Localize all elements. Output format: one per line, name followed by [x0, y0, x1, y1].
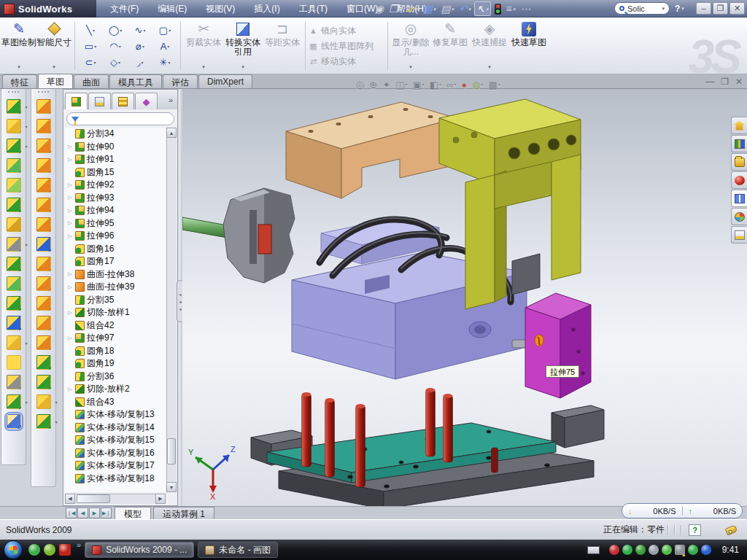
menu-item[interactable]: 视图(V) [196, 0, 244, 18]
expand-arrow-icon[interactable] [67, 284, 73, 290]
dropdown-arrow-icon[interactable]: ▾ [143, 28, 145, 33]
dome-icon[interactable] [36, 375, 51, 389]
view-orientation-icon[interactable]: ▣▾ [412, 80, 424, 90]
tree-vertical-scrollbar[interactable]: ▲ ▼ [166, 128, 177, 492]
zoom-previous-icon[interactable]: ✦▾ [382, 80, 390, 90]
feature-tree-item[interactable]: 切除-放样2 [65, 383, 166, 396]
feature-tree-item[interactable]: 实体-移动/复制18 [65, 472, 166, 486]
feature-tree-item[interactable]: 圆角18 [65, 345, 166, 358]
rapid-sketch-button[interactable]: 快速草图 [509, 20, 549, 72]
toolbar-grip[interactable] [38, 91, 49, 94]
dropdown-arrow-icon[interactable]: ▾ [422, 82, 425, 87]
menu-item[interactable]: 文件(F) [101, 0, 148, 18]
solidworks-resources-tab[interactable] [731, 117, 747, 134]
dropdown-arrow-icon[interactable]: ▾ [468, 7, 471, 12]
scroll-left-button[interactable]: ◀ [65, 494, 75, 504]
expand-arrow-icon[interactable] [67, 335, 73, 341]
dropdown-arrow-icon[interactable]: ▾ [399, 7, 402, 12]
replace-face-icon[interactable] [36, 316, 51, 330]
quick-launch-overflow-button[interactable]: » [77, 540, 81, 550]
dropdown-arrow-icon[interactable]: ▾ [405, 82, 407, 87]
feature-tree-item[interactable]: 实体-移动/复制15 [65, 434, 166, 447]
dropdown-arrow-icon[interactable]: ▾ [18, 62, 20, 72]
document-tab[interactable]: 运动算例 1 [153, 507, 214, 519]
untrim-surface-icon[interactable] [36, 335, 51, 350]
arc-icon[interactable]: ◠▾ [103, 39, 128, 53]
dropdown-arrow-icon[interactable]: ▾ [454, 82, 456, 87]
featuremanager-tab[interactable] [65, 93, 88, 109]
expand-arrow-icon[interactable] [67, 208, 73, 214]
solidworks-launcher-icon[interactable] [59, 544, 71, 556]
hole-wizard-icon[interactable] [7, 217, 21, 232]
ribbon-tab[interactable]: DimXpert [198, 74, 252, 88]
feature-tree-item[interactable]: 组合43 [65, 396, 166, 409]
file-explorer-tab[interactable] [731, 153, 747, 171]
dropdown-arrow-icon[interactable]: ▾ [513, 7, 516, 12]
hide-show-items-icon[interactable]: ∞▾ [446, 80, 456, 90]
restore-icon[interactable]: ❐ [721, 76, 729, 88]
open-icon[interactable]: ▱▾ [405, 1, 419, 16]
offset-entities-button[interactable]: ⊐ 等距实体 [263, 20, 302, 72]
curve-icon[interactable] [7, 394, 21, 409]
scroll-down-button[interactable]: ▼ [166, 482, 177, 492]
ribbon-tab[interactable]: 特征 [2, 74, 37, 88]
combine-icon[interactable] [7, 276, 21, 291]
mirror-entities-button[interactable]: ▲镜向实体 [309, 25, 384, 37]
propertymanager-tab[interactable] [88, 93, 111, 109]
ribbon-tab[interactable]: 模具工具 [109, 74, 162, 88]
extruded-boss-icon[interactable] [7, 99, 21, 114]
reference-point-icon[interactable] [36, 394, 51, 409]
dropdown-arrow-icon[interactable]: ▾ [168, 60, 170, 65]
section-view-icon[interactable]: ◫▾ [395, 80, 407, 90]
feature-tree-item[interactable]: 拉伸90 [65, 141, 166, 154]
select-icon[interactable]: ↖▾ [474, 1, 490, 16]
apply-scene-icon[interactable]: ◍▾ [472, 80, 483, 90]
feature-tree-item[interactable]: 圆角16 [65, 243, 166, 256]
dropdown-arrow-icon[interactable]: ▾ [486, 7, 489, 12]
antivirus-icon[interactable] [609, 545, 619, 555]
close-icon[interactable]: ✕ [729, 2, 745, 15]
feature-tree-item[interactable]: 拉伸91 [65, 153, 166, 166]
planar-surface-icon[interactable] [36, 217, 51, 232]
reference-plane-icon[interactable] [7, 355, 21, 370]
search-input[interactable]: Solic ▾ [614, 2, 670, 15]
expand-arrow-icon[interactable] [67, 195, 73, 201]
security-center-icon[interactable] [688, 545, 698, 555]
tree-filter-input[interactable] [66, 112, 174, 125]
taskbar-task-button[interactable]: 未命名 - 画图 [198, 542, 278, 558]
swept-boss-icon[interactable] [7, 158, 21, 173]
revolved-surface-icon[interactable] [36, 119, 51, 133]
ime-icon[interactable]: ⋯▾ [519, 1, 532, 16]
move-entities-button[interactable]: ⇄移动实体 [309, 55, 384, 68]
volume-icon[interactable] [649, 545, 659, 555]
start-button[interactable] [4, 540, 23, 559]
print-icon[interactable]: ▤▾ [439, 1, 455, 16]
dropdown-arrow-icon[interactable]: ▾ [93, 28, 95, 33]
configurationmanager-tab[interactable] [112, 93, 134, 109]
scrollbar-thumb[interactable] [77, 494, 110, 503]
clamp-part[interactable] [223, 188, 295, 283]
spline-icon[interactable]: ∿▾ [128, 23, 152, 37]
lofted-boss-icon[interactable] [7, 178, 21, 192]
zoom-fit-icon[interactable]: ◎▾ [356, 80, 364, 90]
expand-arrow-icon[interactable] [67, 271, 73, 277]
tab-scroll-button[interactable]: ▶ [89, 508, 100, 518]
menu-item[interactable]: 编辑(E) [148, 0, 196, 18]
menu-item[interactable]: 工具(T) [290, 0, 337, 18]
offset-surface-icon[interactable] [36, 198, 51, 212]
toolbar-grip[interactable] [8, 91, 19, 94]
ribbon-tab[interactable]: 评估 [163, 74, 198, 88]
feature-tree-item[interactable]: 实体-移动/复制14 [65, 421, 166, 435]
dropdown-arrow-icon[interactable]: ▾ [415, 7, 418, 12]
sketch-fillet-icon[interactable]: ◞▾ [128, 55, 152, 69]
zoom-area-icon[interactable]: ⊕▾ [369, 80, 377, 90]
restore-icon[interactable]: ❐ [713, 2, 728, 15]
dropdown-arrow-icon[interactable]: ▾ [498, 82, 500, 87]
update-gear-icon[interactable] [635, 545, 646, 555]
expand-arrow-icon[interactable] [67, 182, 73, 188]
knit-surface-icon[interactable] [36, 237, 51, 252]
close-icon[interactable]: ✕ [735, 76, 743, 88]
trim-entities-button[interactable]: ✂ 剪裁实体 ▾ [184, 20, 223, 72]
feature-tree-item[interactable]: 曲面-拉伸38 [65, 268, 166, 281]
expand-arrow-icon[interactable] [67, 310, 73, 316]
